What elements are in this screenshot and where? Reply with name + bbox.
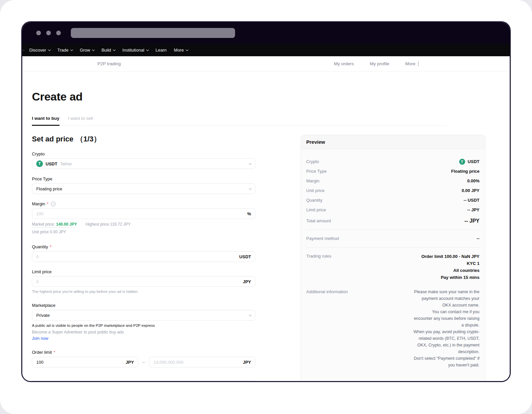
preview-row-limit-price: Limit price -- JPY [306,207,479,213]
chevron-down-icon [146,48,149,51]
preview-row-total: Total amount -- JPY [306,218,479,224]
required-asterisk: * [50,244,51,249]
highest-price: Highest price 133.72 JPY [85,222,130,228]
required-asterisk: * [54,350,55,355]
order-limit-max-wrap: JPY [149,357,255,367]
crypto-label: Crypto [32,151,255,156]
quantity-input[interactable] [36,254,236,259]
step-indicator: （1/3） [76,134,101,144]
window-controls [36,31,61,35]
quantity-input-wrap: USDT [32,251,255,262]
additional-info-line: Please make sure your name in the paymen… [413,289,479,309]
tab-i-want-to-sell[interactable]: I want to sell [68,116,93,125]
trading-rule-line: KYC 1 [421,260,479,267]
vertical-dots-icon [418,62,419,66]
order-limit-label: Order limit [32,350,52,355]
chevron-down-icon [70,48,73,51]
join-now-link[interactable]: Join now [32,336,48,341]
create-ad-form: Crypto T USDT Tether Price Type Floa [32,151,255,382]
preview-row-crypto: Crypto TUSDT [306,158,479,165]
limit-price-label: Limit price [32,269,255,274]
chevron-down-icon [249,162,251,165]
order-limit-max-suffix: JPY [243,360,251,365]
nav-item-discover[interactable]: Discover [26,48,54,53]
tab-bar: I want to buy I want to sell [32,116,447,126]
preview-row-price-type: Price Type Floating price [306,168,479,175]
nav-item-trade[interactable]: Trade [54,48,76,53]
window-dot[interactable] [36,31,41,35]
market-price-value: 140.00 JPY [56,222,77,227]
price-type-select[interactable]: Floating price [32,183,255,194]
chevron-down-icon [92,48,95,51]
limit-price-input[interactable] [36,279,239,284]
order-limit-min-suffix: JPY [126,360,134,365]
trading-rule-line: All countries [421,267,479,274]
margin-input-wrap: % [32,208,255,219]
order-limit-max-input[interactable] [153,360,239,365]
quantity-field: Quantity * USDT [32,244,255,262]
unit-price-note: Unit price 0.00 JPY [32,230,255,234]
info-icon[interactable]: i [51,202,56,206]
crypto-name: Tether [60,161,72,166]
trading-rule-line: Order limit 100.00 - NaN JPY [421,253,479,260]
crypto-select[interactable]: T USDT Tether [32,158,255,169]
main-content: Create ad I want to buy I want to sell S… [22,72,510,382]
nav-item-more[interactable]: More [170,48,192,53]
order-limit-field: Order limit * JPY ~ JPY [32,350,255,367]
subnav-my-orders[interactable]: My orders [334,61,354,66]
limit-price-input-wrap: JPY [32,276,255,287]
subnav-p2p-trading[interactable]: P2P trading [97,61,121,66]
chevron-down-icon [249,313,251,316]
marketplace-label: Marketplace [32,303,255,308]
secondary-navigation: P2P trading My orders My profile More [22,56,510,72]
subnav-more[interactable]: More [405,61,419,66]
chevron-down-icon [113,48,116,51]
subnav-my-profile[interactable]: My profile [370,61,389,66]
limit-price-field: Limit price JPY The highest price you're… [32,269,255,294]
price-type-field: Price Type Floating price [32,176,255,194]
range-separator: ~ [142,359,145,365]
crypto-symbol: USDT [46,161,57,166]
logo-fragment [23,49,25,51]
url-bar[interactable] [71,28,235,38]
margin-input[interactable] [36,211,244,216]
marketplace-super-note: Become a Super Advertiser to post public… [32,330,255,334]
quantity-label: Quantity [32,244,48,249]
marketplace-select[interactable]: Private [32,310,255,320]
window-dot[interactable] [46,31,51,35]
tab-i-want-to-buy[interactable]: I want to buy [32,116,60,126]
preview-divider [306,247,479,248]
market-price: Market price: 140.00 JPY [32,222,77,228]
nav-item-build[interactable]: Build [98,48,119,53]
order-limit-min-wrap: JPY [32,357,138,367]
subnav-right-group: My orders My profile More [334,61,419,66]
preview-divider [306,230,479,230]
chevron-down-icon [186,48,188,51]
window-dot[interactable] [56,31,61,35]
trading-rule-line: Pay within 15 mins [421,274,479,281]
preview-row-additional-info: Additional information Please make sure … [306,289,479,368]
limit-price-help: The highest price you're willing to pay … [32,290,255,294]
additional-info-line: When you pay, avoid putting crypto-relat… [413,328,479,355]
quantity-suffix: USDT [239,254,251,259]
browser-titlebar [22,22,510,44]
chevron-down-icon [249,187,251,190]
crypto-field: Crypto T USDT Tether [32,151,255,169]
nav-item-institutional[interactable]: Institutional [119,48,152,53]
nav-item-learn[interactable]: Learn [152,48,170,53]
nav-item-grow[interactable]: Grow [76,48,98,53]
preview-row-trading-rules: Trading rules Order limit 100.00 - NaN J… [306,253,479,281]
margin-field: Margin * i % Market price: 140.00 JPY Hi… [32,201,255,234]
additional-info-line: Don't select "Payment completed" if you … [413,355,479,368]
required-asterisk: * [47,201,49,206]
tether-icon: T [459,159,465,165]
browser-window: Discover Trade Grow Build Institutional … [21,21,511,382]
page-title: Create ad [32,90,510,103]
marketplace-public-note: A public ad is visible to people on the … [32,323,255,327]
tether-icon: T [36,160,43,167]
additional-info-line: You can contact me if you encounter any … [413,309,479,328]
preview-row-margin: Margin 0.00% [306,178,479,184]
marketplace-field: Marketplace Private A public ad is visib… [32,303,255,341]
page-canvas: Discover Trade Grow Build Institutional … [0,0,532,414]
order-limit-min-input[interactable] [36,360,122,365]
